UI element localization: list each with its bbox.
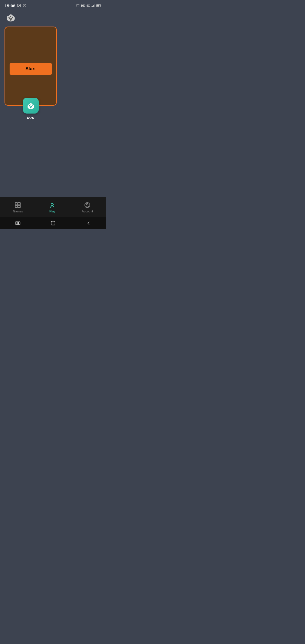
- games-icon: [14, 201, 21, 209]
- svg-rect-38: [16, 222, 17, 225]
- svg-point-25: [29, 105, 30, 106]
- bottom-nav: Games Play Account: [0, 197, 106, 217]
- back-button[interactable]: [83, 219, 94, 228]
- account-label: Account: [82, 210, 93, 213]
- battery-icon: [96, 4, 101, 7]
- svg-point-30: [30, 107, 31, 108]
- play-icon: [49, 201, 56, 209]
- app-icon: [23, 98, 39, 114]
- game-card-container: Start coc: [5, 27, 57, 120]
- app-icon-wrapper: coc: [23, 98, 39, 120]
- status-time: 15:08: [5, 3, 15, 8]
- svg-rect-31: [15, 203, 18, 205]
- 4g-badge: 4G: [86, 4, 90, 7]
- svg-rect-7: [94, 4, 95, 7]
- games-label: Games: [13, 210, 23, 213]
- svg-point-1: [18, 5, 19, 5]
- android-nav: [0, 217, 106, 229]
- svg-rect-41: [51, 221, 55, 225]
- svg-rect-4: [91, 6, 92, 7]
- svg-rect-9: [101, 5, 101, 6]
- svg-point-35: [51, 203, 53, 206]
- signal-icon: [91, 4, 95, 8]
- svg-point-26: [30, 105, 31, 106]
- main-content: Start coc: [0, 24, 106, 197]
- start-button[interactable]: Start: [10, 63, 52, 75]
- svg-point-17: [12, 17, 13, 18]
- svg-point-15: [8, 17, 10, 18]
- app-header-logo: [5, 11, 17, 23]
- svg-point-37: [86, 203, 88, 205]
- nav-item-play[interactable]: Play: [44, 200, 60, 215]
- status-bar: 15:08 HD 4G: [0, 0, 106, 10]
- app-name: coc: [27, 115, 34, 120]
- play-label: Play: [49, 210, 55, 213]
- svg-rect-39: [17, 222, 18, 225]
- hd-badge: HD: [81, 4, 85, 7]
- home-button[interactable]: [47, 219, 59, 228]
- status-right: HD 4G: [76, 4, 101, 8]
- svg-rect-10: [97, 5, 99, 7]
- app-logo-area: [0, 10, 106, 24]
- nav-item-games[interactable]: Games: [8, 200, 27, 215]
- alarm-icon: [76, 4, 80, 8]
- svg-rect-34: [18, 205, 20, 208]
- svg-rect-32: [18, 203, 20, 205]
- svg-rect-5: [92, 6, 93, 7]
- svg-rect-33: [15, 205, 18, 208]
- nav-item-account[interactable]: Account: [77, 200, 98, 215]
- game-card: Start: [5, 27, 57, 106]
- svg-rect-6: [93, 5, 94, 7]
- svg-rect-40: [19, 222, 20, 225]
- svg-point-20: [10, 19, 12, 21]
- history-icon: [23, 4, 27, 8]
- image-icon: [17, 4, 21, 8]
- recents-button[interactable]: [12, 219, 23, 228]
- account-icon: [84, 201, 91, 209]
- status-left: 15:08: [5, 3, 27, 8]
- svg-point-27: [32, 105, 33, 106]
- svg-point-16: [10, 16, 11, 17]
